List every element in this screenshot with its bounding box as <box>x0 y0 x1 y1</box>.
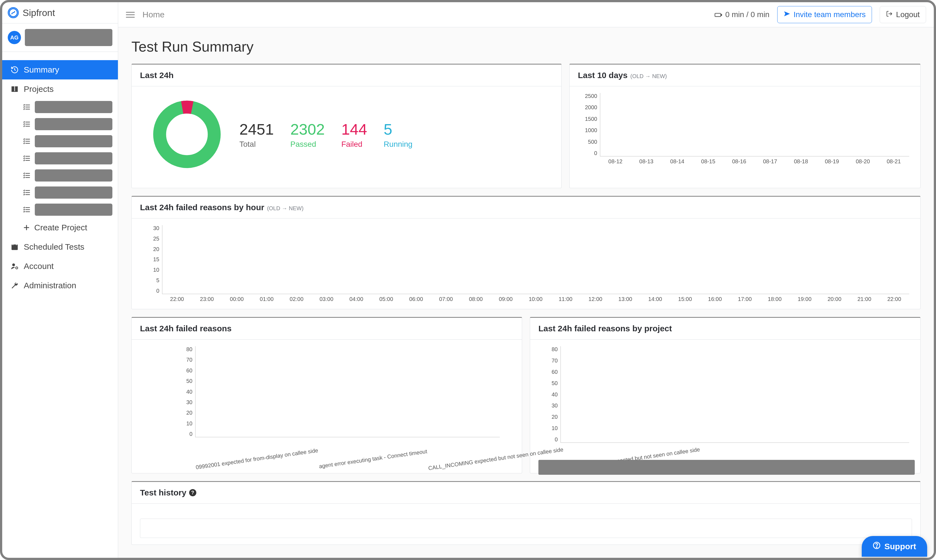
menu-toggle-icon[interactable] <box>126 10 135 19</box>
battery-icon <box>714 11 722 18</box>
brand-name: Sipfront <box>23 8 55 18</box>
chart-byhour: 30252015105022:0023:0000:0001:0002:0003:… <box>140 225 912 302</box>
button-label: Invite team members <box>794 10 866 19</box>
help-circle-icon <box>873 542 880 551</box>
user-name-redacted <box>25 29 113 46</box>
sidebar-item-label: Account <box>24 262 54 271</box>
panel-byhour: Last 24h failed reasons by hour (OLD → N… <box>131 196 921 309</box>
breadcrumb[interactable]: Home <box>142 10 706 19</box>
sidebar-item-projects[interactable]: Projects <box>2 80 118 99</box>
panel-title: Last 10 days <box>578 71 628 80</box>
svg-point-36 <box>876 547 877 547</box>
paper-plane-icon <box>783 10 790 19</box>
panel-subtitle: (OLD → NEW) <box>630 73 667 80</box>
stat-running: 5 Running <box>384 120 413 149</box>
panel-title: Last 24h failed reasons by project <box>538 324 672 333</box>
plus-icon <box>23 224 30 231</box>
project-list <box>2 101 118 216</box>
button-label: Support <box>884 542 916 551</box>
stat-failed: 144 Failed <box>341 120 367 149</box>
sidebar-item-scheduled[interactable]: Scheduled Tests <box>2 237 118 257</box>
calendar-icon <box>10 242 19 252</box>
sidebar-item-administration[interactable]: Administration <box>2 276 118 295</box>
panel-reasons: Last 24h failed reasons 8070605040302010… <box>131 317 522 473</box>
support-button[interactable]: Support <box>862 536 927 557</box>
project-name-redacted <box>35 152 113 165</box>
wrench-icon <box>10 281 19 290</box>
main: Home 0 min / 0 min Invite team members L… <box>118 2 934 558</box>
sidebar-project-item[interactable] <box>23 135 113 147</box>
panel-title: Last 24h <box>140 71 174 80</box>
sidebar-item-summary[interactable]: Summary <box>2 60 118 80</box>
panel-last10days: Last 10 days (OLD → NEW) 250020001500100… <box>569 64 921 188</box>
panel-title: Test history <box>140 488 187 497</box>
sidebar: Sipfront AG Summary Projects <box>2 2 118 558</box>
page-title: Test Run Summary <box>131 38 921 55</box>
panel-subtitle: (OLD → NEW) <box>267 205 304 212</box>
panel-title: Last 24h failed reasons <box>140 324 232 333</box>
project-names-redacted <box>538 460 915 475</box>
panel-byproject: Last 24h failed reasons by project 80706… <box>530 317 921 473</box>
sidebar-project-item[interactable] <box>23 152 113 165</box>
usage-meter: 0 min / 0 min <box>714 10 769 19</box>
sidebar-item-label: Administration <box>24 281 76 290</box>
checklist-icon <box>23 206 31 214</box>
invite-button[interactable]: Invite team members <box>777 6 872 23</box>
project-name-redacted <box>35 186 113 198</box>
sidebar-item-label: Summary <box>24 65 59 74</box>
checklist-icon <box>23 154 31 163</box>
topbar: Home 0 min / 0 min Invite team members L… <box>118 2 934 27</box>
project-name-redacted <box>35 169 113 182</box>
checklist-icon <box>23 137 31 145</box>
stat-passed: 2302 Passed <box>290 120 325 149</box>
logout-button[interactable]: Logout <box>880 6 926 23</box>
project-name-redacted <box>35 135 113 147</box>
sidebar-item-label: Scheduled Tests <box>24 242 85 252</box>
sidebar-project-item[interactable] <box>23 118 113 130</box>
help-icon[interactable]: ? <box>189 489 196 496</box>
donut-chart <box>151 98 223 170</box>
brand-logo-icon <box>8 7 19 18</box>
user-row[interactable]: AG <box>2 23 118 52</box>
sidebar-project-item[interactable] <box>23 186 113 198</box>
book-icon <box>10 85 19 94</box>
history-search-input[interactable] <box>140 518 912 538</box>
panel-title: Last 24h failed reasons by hour <box>140 203 264 212</box>
project-name-redacted <box>35 204 113 216</box>
sidebar-project-item[interactable] <box>23 169 113 182</box>
checklist-icon <box>23 171 31 180</box>
svg-rect-31 <box>721 14 722 16</box>
chart-reasons: 8070605040302010009992001 expected for f… <box>173 346 503 446</box>
project-name-redacted <box>35 118 113 130</box>
svg-rect-30 <box>715 13 721 17</box>
content: Test Run Summary Last 24h <box>118 27 934 558</box>
sidebar-item-account[interactable]: Account <box>2 257 118 276</box>
checklist-icon <box>23 103 31 111</box>
stat-total: 2451 Total <box>239 120 274 149</box>
button-label: Logout <box>896 10 920 19</box>
project-name-redacted <box>35 101 113 113</box>
sidebar-project-item[interactable] <box>23 101 113 113</box>
chart-byproject: 80706050403020100 <box>538 346 912 451</box>
svg-point-28 <box>12 263 15 266</box>
user-gear-icon <box>10 262 19 271</box>
sidebar-item-create-project[interactable]: Create Project <box>2 218 118 237</box>
svg-point-29 <box>16 267 18 269</box>
sidebar-project-item[interactable] <box>23 204 113 216</box>
panel-last24: Last 24h 2451 Total <box>131 64 561 188</box>
checklist-icon <box>23 120 31 128</box>
sidebar-item-label: Create Project <box>34 223 87 232</box>
checklist-icon <box>23 188 31 197</box>
panel-history: Test history ? <box>131 481 921 545</box>
chart-last10days: 2500200015001000500008-1208-1308-1408-15… <box>578 93 912 165</box>
brand: Sipfront <box>2 2 118 23</box>
avatar: AG <box>8 31 21 44</box>
svg-point-33 <box>160 107 214 162</box>
usage-text: 0 min / 0 min <box>725 10 769 19</box>
history-icon <box>10 65 19 74</box>
sidebar-item-label: Projects <box>24 85 54 94</box>
logout-icon <box>886 10 893 19</box>
nav: Summary Projects Create Project Schedule <box>2 52 118 295</box>
